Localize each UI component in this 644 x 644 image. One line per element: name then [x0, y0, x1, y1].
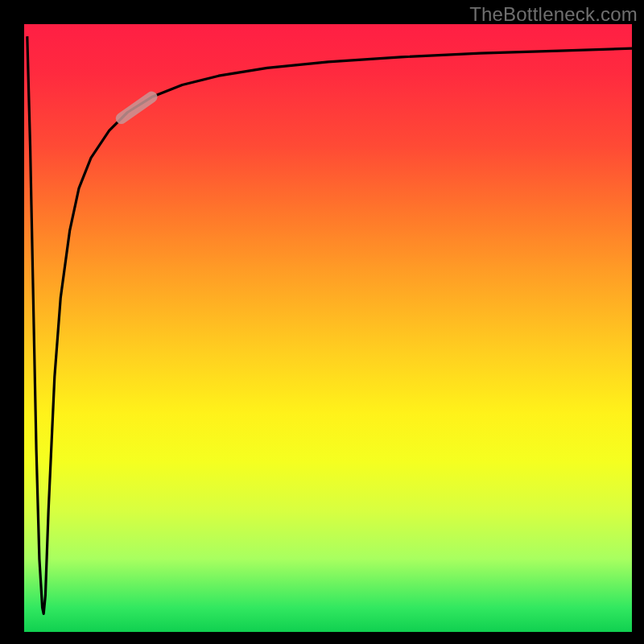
chart-svg [24, 24, 632, 632]
curve-marker [122, 97, 152, 118]
chart-frame: TheBottleneck.com [0, 0, 644, 644]
bottleneck-curve [27, 36, 632, 613]
watermark-text: TheBottleneck.com [469, 3, 638, 26]
plot-area [24, 24, 632, 632]
